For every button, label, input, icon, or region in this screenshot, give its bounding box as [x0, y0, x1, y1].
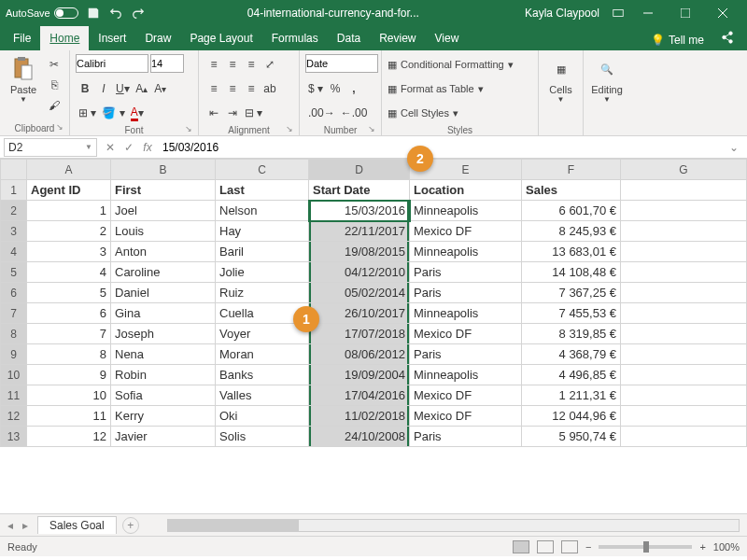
tell-me[interactable]: 💡 Tell me	[643, 30, 712, 50]
cell[interactable]: 7	[27, 324, 111, 344]
cell[interactable]: Mexico DF	[410, 221, 522, 242]
cell[interactable]: 3	[27, 242, 111, 262]
cell[interactable]: 9	[27, 365, 111, 385]
cell[interactable]: 10	[27, 385, 111, 406]
tab-pagelayout[interactable]: Page Layout	[180, 26, 261, 50]
cell[interactable]: 26/10/2017	[309, 303, 410, 324]
cell[interactable]: Daniel	[111, 283, 216, 303]
row-hdr[interactable]: 6	[1, 283, 27, 303]
cell[interactable]: 13 683,01 €	[522, 242, 621, 262]
cancel-formula-icon[interactable]: ✕	[101, 138, 120, 157]
cell[interactable]: 19/09/2004	[309, 365, 410, 385]
close-button[interactable]	[704, 0, 741, 26]
align-center-button[interactable]: ≡	[224, 79, 241, 98]
zoom-level[interactable]: 100%	[713, 541, 740, 553]
row-hdr[interactable]: 5	[1, 262, 27, 283]
row-hdr[interactable]: 13	[1, 427, 27, 447]
cell[interactable]: Paris	[410, 262, 522, 283]
cell[interactable]: Joel	[111, 201, 216, 221]
scrollbar-thumb[interactable]	[168, 520, 299, 531]
cell[interactable]	[621, 365, 747, 385]
cell[interactable]: 6 601,70 €	[522, 201, 621, 221]
sheet-tab-active[interactable]: Sales Goal	[37, 516, 117, 534]
dialog-launcher-icon[interactable]: ↘	[368, 124, 375, 133]
format-as-table-button[interactable]: ▦Format as Table ▾	[388, 79, 484, 98]
format-painter-button[interactable]: 🖌	[46, 96, 63, 115]
align-left-button[interactable]: ≡	[205, 79, 222, 98]
zoom-in-button[interactable]: +	[699, 541, 705, 553]
cell[interactable]: 15/03/2016	[309, 201, 410, 221]
tab-data[interactable]: Data	[328, 26, 370, 50]
conditional-formatting-button[interactable]: ▦Conditional Formatting ▾	[388, 55, 514, 74]
cell[interactable]: Sofia	[111, 385, 216, 406]
cell[interactable]: 1 211,31 €	[522, 385, 621, 406]
share-button[interactable]	[712, 27, 743, 50]
col-C[interactable]: C	[216, 160, 309, 180]
cell[interactable]: Location	[410, 180, 522, 201]
tab-file[interactable]: File	[4, 26, 40, 50]
cell[interactable]	[621, 242, 747, 262]
cell[interactable]: 22/11/2017	[309, 221, 410, 242]
increase-indent-button[interactable]: ⇥	[224, 104, 241, 122]
tab-draw[interactable]: Draw	[135, 26, 180, 50]
increase-decimal-button[interactable]: .00→	[306, 104, 337, 122]
row-hdr[interactable]: 10	[1, 365, 27, 385]
cell[interactable]: 24/10/2008	[309, 427, 410, 447]
cells-button[interactable]: ▦ Cells ▼	[544, 54, 577, 104]
merge-button[interactable]: ⊟ ▾	[243, 104, 264, 122]
cell[interactable]: 5 950,74 €	[522, 427, 621, 447]
orientation-button[interactable]: ⤢	[261, 55, 278, 74]
cell[interactable]: 8 319,85 €	[522, 324, 621, 344]
cell[interactable]: Start Date	[309, 180, 410, 201]
user-name[interactable]: Kayla Claypool	[525, 7, 599, 20]
cell[interactable]	[621, 427, 747, 447]
cell[interactable]	[621, 283, 747, 303]
comma-button[interactable]: ,	[345, 79, 362, 98]
row-hdr[interactable]: 2	[1, 201, 27, 221]
redo-icon[interactable]	[128, 3, 148, 23]
cell[interactable]: Joseph	[111, 324, 216, 344]
cell[interactable]: Robin	[111, 365, 216, 385]
cell[interactable]	[621, 201, 747, 221]
dialog-launcher-icon[interactable]: ↘	[286, 124, 293, 133]
grid[interactable]: A B C D E F G 1 Agent ID First Last Star…	[0, 159, 747, 513]
copy-button[interactable]: ⎘	[46, 76, 63, 94]
zoom-slider[interactable]	[599, 545, 692, 549]
cell[interactable]: Kerry	[111, 406, 216, 427]
cell[interactable]: Baril	[216, 242, 309, 262]
decrease-font-button[interactable]: A▾	[152, 79, 169, 98]
decrease-indent-button[interactable]: ⇤	[205, 104, 222, 122]
page-layout-view-button[interactable]	[537, 540, 554, 553]
cell[interactable]: Nelson	[216, 201, 309, 221]
cell[interactable]: 12	[27, 427, 111, 447]
cell[interactable]	[621, 180, 747, 201]
fill-color-button[interactable]: 🪣 ▾	[100, 104, 126, 122]
autosave-toggle[interactable]: AutoSave	[6, 7, 78, 19]
editing-button[interactable]: 🔍 Editing ▼	[589, 54, 625, 104]
number-format-combo[interactable]	[305, 54, 378, 73]
cell[interactable]: Mexico DF	[410, 406, 522, 427]
sheet-nav-next[interactable]: ▸	[22, 519, 37, 532]
wrap-text-button[interactable]: ab	[261, 79, 278, 98]
cell[interactable]: Javier	[111, 427, 216, 447]
tab-review[interactable]: Review	[370, 26, 425, 50]
sheet-nav-prev[interactable]: ◂	[7, 519, 22, 532]
currency-button[interactable]: $ ▾	[306, 79, 325, 98]
cell[interactable]: Sales	[522, 180, 621, 201]
bold-button[interactable]: B	[77, 79, 93, 98]
align-bottom-button[interactable]: ≡	[243, 55, 260, 74]
expand-formula-icon[interactable]: ⌄	[725, 138, 743, 157]
zoom-out-button[interactable]: −	[585, 541, 591, 553]
cell[interactable]: 4 368,79 €	[522, 344, 621, 365]
dialog-launcher-icon[interactable]: ↘	[56, 122, 63, 132]
col-B[interactable]: B	[111, 160, 216, 180]
cut-button[interactable]: ✂	[46, 55, 63, 74]
cell[interactable]: Oki	[216, 406, 309, 427]
borders-button[interactable]: ⊞ ▾	[77, 104, 98, 122]
tab-home[interactable]: Home	[40, 26, 89, 50]
cell[interactable]: Gina	[111, 303, 216, 324]
save-icon[interactable]	[83, 3, 104, 23]
row-hdr[interactable]: 4	[1, 242, 27, 262]
cell[interactable]: Louis	[111, 221, 216, 242]
cell[interactable]: Valles	[216, 385, 309, 406]
